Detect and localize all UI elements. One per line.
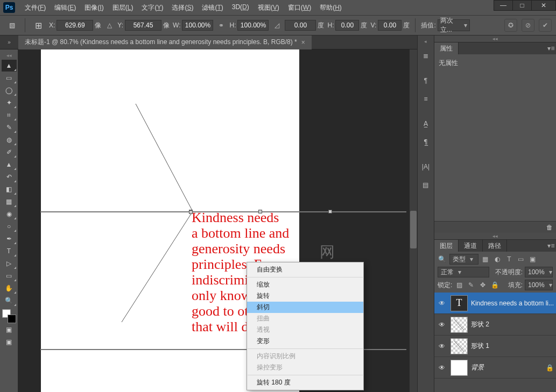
menu-滤镜(T)[interactable]: 滤镜(T)	[198, 1, 227, 15]
dock-swatches-icon[interactable]: ▤	[418, 177, 433, 193]
close-tab-icon[interactable]: ×	[301, 39, 305, 46]
visibility-icon[interactable]: 👁	[437, 343, 447, 350]
toolbox-collapse[interactable]: ◂◂	[0, 52, 18, 59]
layer-row[interactable]: 👁TKindness needs a bottom li...	[434, 293, 556, 314]
filter-shape-icon[interactable]: ▭	[516, 254, 526, 264]
lock-paint-icon[interactable]: ✎	[466, 280, 476, 290]
lock-move-icon[interactable]: ✥	[478, 280, 488, 290]
tab-properties[interactable]: 属性	[434, 42, 459, 54]
gradient-tool[interactable]: ▦	[2, 196, 17, 208]
dock-history-icon[interactable]: ≣	[418, 48, 433, 63]
field-h[interactable]	[237, 20, 269, 31]
field-hskew[interactable]	[335, 20, 359, 31]
history-tool[interactable]: ↶	[2, 171, 17, 183]
layer-name[interactable]: 形状 2	[471, 320, 554, 329]
brush-tool[interactable]: ✐	[2, 146, 17, 158]
tab-通道[interactable]: 通道	[459, 240, 483, 252]
opacity-field[interactable]: 100%	[525, 267, 553, 277]
dock-glyph-icon[interactable]: |A|	[418, 159, 433, 174]
menu-编辑(E)[interactable]: 编辑(E)	[50, 1, 80, 15]
layers-menu-icon[interactable]: ▾≡	[546, 242, 556, 250]
layer-name[interactable]: Kindness needs a bottom li...	[471, 300, 554, 307]
field-w[interactable]	[182, 20, 213, 31]
blend-mode-dropdown[interactable]: 正常	[438, 267, 489, 277]
eyedrop-tool[interactable]: ✎	[2, 122, 17, 133]
field-vskew[interactable]	[378, 20, 402, 31]
screen-tool[interactable]: ▣	[2, 336, 17, 348]
link-wh-icon[interactable]: ⚭	[216, 20, 226, 30]
lasso-tool[interactable]: ◯	[2, 84, 17, 96]
transform-tool-icon[interactable]: ▧	[4, 19, 19, 31]
menu-文字(Y)[interactable]: 文字(Y)	[137, 1, 167, 15]
tab-路径[interactable]: 路径	[483, 240, 507, 252]
lock-trans-icon[interactable]: ▨	[454, 280, 464, 290]
layer-name[interactable]: 形状 1	[471, 341, 554, 351]
handle-ne[interactable]	[328, 210, 332, 213]
pen-tool[interactable]: ✒	[2, 233, 17, 245]
fill-field[interactable]: 100%	[525, 280, 553, 290]
lock-all-icon[interactable]: 🔒	[490, 280, 499, 290]
menu-图层(L)[interactable]: 图层(L)	[108, 1, 138, 15]
layer-row[interactable]: 👁形状 2	[434, 314, 556, 336]
filter-kind-dropdown[interactable]: 类型	[449, 254, 478, 265]
heal-tool[interactable]: ◍	[2, 134, 17, 146]
menu-帮助(H)[interactable]: 帮助(H)	[315, 1, 346, 15]
ctx-旋转 180 度[interactable]: 旋转 180 度	[247, 377, 363, 388]
layer-thumb[interactable]	[451, 360, 468, 376]
shape-tool[interactable]: ▭	[2, 270, 17, 282]
menu-选择(S)[interactable]: 选择(S)	[167, 1, 198, 15]
close-button[interactable]: ✕	[531, 0, 556, 11]
menu-文件(F)[interactable]: 文件(F)	[20, 1, 50, 15]
visibility-icon[interactable]: 👁	[437, 321, 447, 329]
visibility-icon[interactable]: 👁	[437, 300, 447, 307]
ctx-缩放[interactable]: 缩放	[247, 279, 363, 290]
ctx-自由变换[interactable]: 自由变换	[247, 264, 363, 275]
trash-icon[interactable]: 🗑	[546, 224, 553, 231]
document-tab[interactable]: 未标题-1 @ 80.7% (Kindness needs a bottom l…	[18, 35, 312, 49]
panel-collapse-top[interactable]: ◂◂	[434, 35, 556, 42]
ctx-旋转[interactable]: 旋转	[247, 290, 363, 302]
wand-tool[interactable]: ✦	[2, 97, 17, 109]
layer-thumb[interactable]: T	[451, 295, 468, 311]
cancel-transform-icon[interactable]: ⊘	[522, 19, 534, 32]
dock-styles-p-icon[interactable]: ¶̲	[418, 134, 433, 149]
interp-dropdown[interactable]: 两次立...	[438, 19, 470, 31]
layer-thumb[interactable]	[451, 317, 468, 333]
stamp-tool[interactable]: ▲	[2, 159, 17, 170]
commit-transform-icon[interactable]: ✔	[539, 19, 552, 32]
panel-collapse-mid[interactable]: ◂◂	[434, 233, 556, 239]
tab-图层[interactable]: 图层	[434, 240, 459, 252]
dock-collapse[interactable]: ◂	[424, 39, 427, 45]
filter-smart-icon[interactable]: ▣	[528, 254, 538, 264]
dock-styles-a-icon[interactable]: A̲	[418, 116, 433, 131]
eraser-tool[interactable]: ◧	[2, 183, 17, 195]
qm-tool[interactable]: ▣	[2, 324, 17, 336]
layer-row[interactable]: 👁背景🔒	[434, 357, 556, 379]
scroll-thumb[interactable]	[410, 211, 417, 248]
warp-mode-icon[interactable]: ✪	[504, 19, 517, 32]
zoom-tool[interactable]: 🔍	[2, 295, 17, 307]
field-angle[interactable]	[285, 20, 316, 31]
color-swatch[interactable]	[2, 309, 16, 323]
layer-thumb[interactable]	[451, 338, 468, 354]
menu-3D(D)[interactable]: 3D(D)	[228, 1, 254, 15]
visibility-icon[interactable]: 👁	[437, 364, 447, 372]
menu-窗口(W)[interactable]: 窗口(W)	[284, 1, 315, 15]
toolbox-collapse-icon[interactable]: »	[0, 35, 18, 49]
dodge-tool[interactable]: ○	[2, 220, 17, 232]
dock-paragraph-icon[interactable]: ≡	[418, 91, 433, 106]
ctx-变形[interactable]: 变形	[247, 336, 363, 347]
marquee-tool[interactable]: ▭	[2, 72, 17, 84]
move-tool[interactable]: ▲	[2, 60, 17, 72]
field-x[interactable]	[57, 20, 93, 31]
crop-tool[interactable]: ⌗	[2, 109, 17, 121]
filter-text-icon[interactable]: T	[504, 254, 514, 264]
blur-tool[interactable]: ◉	[2, 208, 17, 220]
search-icon[interactable]: 🔍	[438, 254, 447, 264]
path-tool[interactable]: ▷	[2, 258, 17, 269]
hand-tool[interactable]: ✋	[2, 282, 17, 294]
filter-pixel-icon[interactable]: ▦	[481, 254, 490, 264]
field-y[interactable]	[125, 20, 161, 31]
panel-menu-icon[interactable]: ▾≡	[546, 45, 556, 52]
swap-xy-icon[interactable]: △	[104, 20, 114, 30]
